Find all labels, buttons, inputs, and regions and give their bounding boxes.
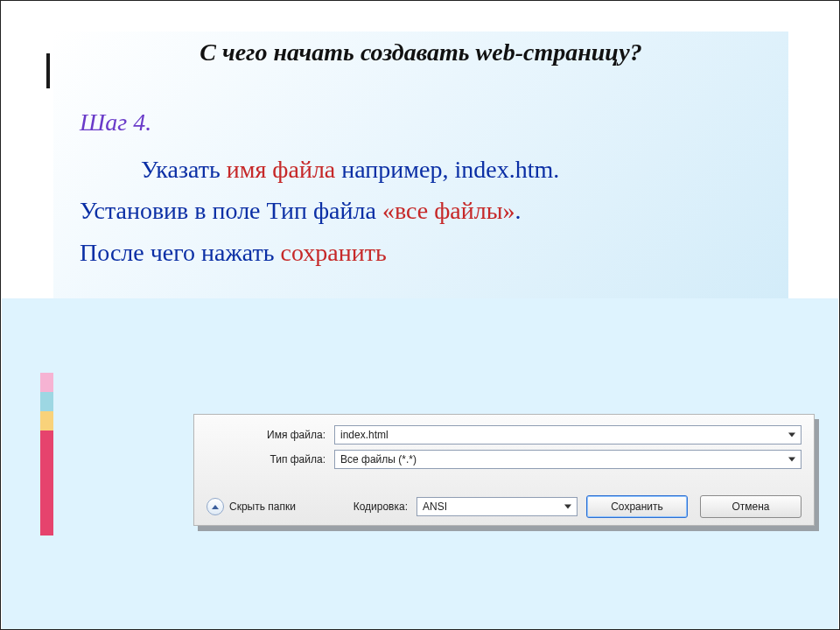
- text: Указать: [141, 156, 227, 183]
- filetype-select[interactable]: Все файлы (*.*): [334, 450, 802, 469]
- filetype-value: Все файлы (*.*): [340, 453, 416, 466]
- save-dialog: Имя файла: index.html Тип файла: Все фай…: [193, 414, 815, 526]
- button-group: Сохранить Отмена: [586, 495, 802, 518]
- chevron-down-icon: [564, 505, 571, 509]
- row-bottom: Скрыть папки Кодировка: ANSI Сохранить О…: [206, 495, 802, 518]
- text: .: [514, 197, 521, 224]
- encoding-group: Кодировка: ANSI Сохранить Отмена: [354, 495, 802, 518]
- step-body: Шаг 4. Указать имя файла например, index…: [53, 66, 788, 273]
- slide-title: С чего начать создавать web-страницу?: [53, 32, 788, 66]
- step-label: Шаг 4.: [80, 102, 771, 144]
- cancel-button[interactable]: Отмена: [700, 495, 802, 518]
- label-encoding: Кодировка:: [354, 500, 408, 513]
- stripe: [40, 430, 53, 536]
- encoding-value: ANSI: [423, 500, 447, 513]
- text: например, index.htm.: [335, 156, 559, 183]
- filename-input[interactable]: index.html: [334, 425, 802, 444]
- slide: С чего начать создавать web-страницу? Ша…: [0, 0, 840, 630]
- stripe: [40, 373, 53, 392]
- stripe: [40, 392, 53, 411]
- row-filetype: Тип файла: Все файлы (*.*): [247, 450, 802, 469]
- stripe: [40, 411, 53, 430]
- filename-value: index.html: [340, 429, 388, 441]
- label-filetype: Тип файла:: [247, 453, 334, 466]
- stripe: [46, 53, 50, 88]
- instruction-line-2: Установив в поле Тип файла «все файлы».: [80, 190, 771, 232]
- row-filename: Имя файла: index.html: [247, 425, 802, 444]
- text: Установив в поле Тип файла: [80, 197, 382, 224]
- hide-folders-label: Скрыть папки: [229, 500, 296, 513]
- decor-stripes-side: [40, 373, 53, 536]
- chevron-up-icon: [212, 505, 219, 509]
- text-highlight: «все файлы»: [382, 197, 515, 224]
- label-filename: Имя файла:: [247, 429, 334, 441]
- text-highlight: сохранить: [281, 239, 387, 266]
- instruction-line-1: Указать имя файла например, index.htm.: [80, 149, 771, 191]
- text-highlight: имя файла: [227, 156, 336, 183]
- collapse-button[interactable]: [206, 498, 224, 515]
- chevron-down-icon: [788, 433, 795, 438]
- save-button[interactable]: Сохранить: [586, 495, 688, 518]
- encoding-select[interactable]: ANSI: [416, 497, 578, 516]
- hide-folders-toggle[interactable]: Скрыть папки: [206, 498, 296, 515]
- instruction-line-3: После чего нажать сохранить: [80, 232, 771, 274]
- text: После чего нажать: [80, 239, 281, 266]
- instruction-block: С чего начать создавать web-страницу? Ша…: [53, 32, 788, 298]
- chevron-down-icon: [788, 458, 795, 462]
